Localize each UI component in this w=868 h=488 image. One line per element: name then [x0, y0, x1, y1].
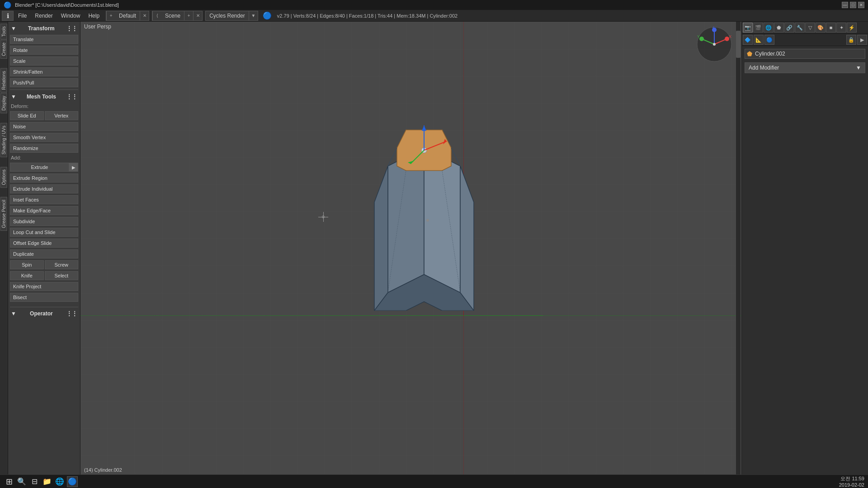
- sub-icon-2[interactable]: 📐: [754, 35, 764, 45]
- properties-data-icon[interactable]: ▽: [805, 23, 815, 33]
- menu-render[interactable]: Render: [31, 12, 56, 20]
- task-view-button[interactable]: ⊟: [29, 476, 40, 487]
- window-title: Blender* [C:\Users\david\Documents\1st.b…: [15, 2, 119, 8]
- make-edge-face-button[interactable]: Make Edge/Face: [10, 206, 78, 215]
- bisect-button[interactable]: Bisect: [10, 293, 78, 302]
- svg-point-17: [426, 219, 429, 221]
- browser-button[interactable]: 🌐: [54, 476, 65, 487]
- object-name-bar: ⬟ Cylinder.002: [745, 49, 865, 59]
- extrude-button[interactable]: Extrude: [10, 163, 69, 172]
- scene-dropdown-button[interactable]: ✕: [193, 11, 202, 20]
- blender-taskbar-button[interactable]: 🔵: [67, 476, 78, 487]
- render-engine-selector[interactable]: Cycles Render ▼: [205, 11, 258, 21]
- menu-file[interactable]: File: [14, 12, 30, 20]
- operator-header[interactable]: ▼ Operator ⋮⋮: [10, 309, 78, 318]
- properties-constraints-icon[interactable]: 🔗: [784, 23, 794, 33]
- translate-button[interactable]: Translate: [10, 35, 78, 44]
- tab-options[interactable]: Options: [0, 167, 7, 188]
- properties-material-icon[interactable]: 🎨: [816, 23, 826, 33]
- properties-world-icon[interactable]: 🌐: [764, 23, 774, 33]
- files-button[interactable]: 📁: [42, 476, 52, 487]
- smooth-vertex-button[interactable]: Smooth Vertex: [10, 133, 78, 142]
- blender-taskbar-icon: 🔵: [68, 477, 77, 486]
- operator-label: Operator: [30, 310, 53, 317]
- properties-texture-icon[interactable]: ■: [826, 23, 836, 33]
- svg-point-28: [713, 43, 716, 46]
- shrink-fatten-button[interactable]: Shrink/Fatten: [10, 67, 78, 76]
- randomize-button[interactable]: Randomize: [10, 144, 78, 153]
- close-button[interactable]: ✕: [858, 2, 864, 8]
- maximize-button[interactable]: □: [850, 2, 856, 8]
- properties-object-icon[interactable]: ⬟: [774, 23, 784, 33]
- render-engine-label[interactable]: Cycles Render: [206, 11, 249, 20]
- sub-icon-3[interactable]: 🔵: [764, 35, 774, 45]
- subdivide-button[interactable]: Subdivide: [10, 217, 78, 226]
- sub-icon-nav[interactable]: ▶: [857, 35, 867, 45]
- loop-cut-slide-button[interactable]: Loop Cut and Slide: [10, 228, 78, 237]
- titlebar-controls[interactable]: — □ ✕: [842, 2, 864, 8]
- operator-options-icon[interactable]: ⋮⋮: [66, 310, 77, 317]
- extrude-region-button[interactable]: Extrude Region: [10, 174, 78, 183]
- properties-scene-icon[interactable]: 🎬: [753, 23, 763, 33]
- noise-button[interactable]: Noise: [10, 122, 78, 131]
- tab-create[interactable]: Create: [0, 40, 7, 59]
- svg-text:Y: Y: [697, 34, 700, 39]
- mesh-tools-label: Mesh Tools: [27, 94, 56, 100]
- extrude-dropdown-button[interactable]: ▶: [69, 163, 78, 172]
- sub-icon-1[interactable]: 🔷: [743, 35, 753, 45]
- viewport[interactable]: User Persp: [80, 22, 741, 474]
- scene-label[interactable]: Scene: [161, 11, 184, 20]
- info-icon[interactable]: ℹ: [2, 11, 14, 21]
- slide-edge-button[interactable]: Slide Ed: [10, 111, 44, 120]
- properties-modifier-icon[interactable]: 🔧: [795, 23, 805, 33]
- inset-faces-button[interactable]: Inset Faces: [10, 195, 78, 204]
- render-dropdown-button[interactable]: ▼: [249, 11, 258, 20]
- tab-relations[interactable]: Relations: [0, 68, 7, 93]
- tab-shading-uvs[interactable]: Shading / UVs: [0, 123, 7, 157]
- tab-display[interactable]: Display: [0, 93, 7, 113]
- tool-panel: ▼ Transform ⋮⋮ Translate Rotate Scale Sh…: [8, 22, 80, 474]
- screw-button[interactable]: Screw: [45, 260, 79, 269]
- transform-label: Transform: [28, 25, 55, 32]
- workspace-selector[interactable]: + Default ✕: [106, 11, 149, 21]
- right-panel-icons: 📷 🎬 🌐 ⬟ 🔗 🔧 ▽ 🎨 ■ ✦ ⚡: [742, 22, 868, 34]
- mesh-tools-header[interactable]: ▼ Mesh Tools ⋮⋮: [10, 92, 78, 102]
- workspace-close-button[interactable]: ✕: [140, 11, 149, 20]
- extrude-individual-button[interactable]: Extrude Individual: [10, 184, 78, 193]
- properties-particles-icon[interactable]: ✦: [836, 23, 846, 33]
- transform-header[interactable]: ▼ Transform ⋮⋮: [10, 23, 78, 33]
- tab-tools[interactable]: Tools: [0, 23, 7, 39]
- scale-button[interactable]: Scale: [10, 56, 78, 66]
- select-button[interactable]: Select: [45, 271, 79, 280]
- transform-options-icon[interactable]: ⋮⋮: [66, 25, 77, 32]
- push-pull-button[interactable]: Push/Pull: [10, 78, 78, 87]
- scene-close-button[interactable]: +: [184, 11, 193, 20]
- knife-button[interactable]: Knife: [10, 271, 44, 280]
- properties-render-icon[interactable]: 📷: [743, 23, 753, 33]
- properties-physics-icon[interactable]: ⚡: [847, 23, 857, 33]
- mesh-tools-options-icon[interactable]: ⋮⋮: [66, 94, 77, 100]
- spin-button[interactable]: Spin: [10, 260, 44, 269]
- mesh-tools-arrow-icon: ▼: [11, 94, 16, 100]
- offset-edge-slide-button[interactable]: Offset Edge Slide: [10, 239, 78, 248]
- menu-window[interactable]: Window: [57, 12, 84, 20]
- svg-marker-2: [374, 166, 388, 310]
- workspace-label[interactable]: Default: [115, 11, 140, 20]
- menu-help[interactable]: Help: [85, 12, 103, 20]
- workspace-prev-button[interactable]: +: [106, 11, 115, 20]
- deform-label: Deform:: [10, 103, 78, 110]
- tab-grease-pencil[interactable]: Grease Pencil: [0, 197, 7, 231]
- search-button[interactable]: 🔍: [16, 476, 27, 487]
- start-button[interactable]: ⊞: [4, 476, 14, 487]
- vertex-button[interactable]: Vertex: [45, 111, 79, 120]
- scene-selector[interactable]: ⟨ Scene + ✕: [152, 11, 203, 21]
- rotate-button[interactable]: Rotate: [10, 46, 78, 55]
- viewport-canvas[interactable]: User Persp: [80, 22, 741, 474]
- compass-widget[interactable]: X Y Z: [696, 26, 732, 62]
- minimize-button[interactable]: —: [842, 2, 848, 8]
- sub-icon-lock[interactable]: 🔒: [846, 35, 856, 45]
- knife-project-button[interactable]: Knife Project: [10, 282, 78, 291]
- add-modifier-button[interactable]: Add Modifier ▼: [745, 62, 865, 73]
- duplicate-button[interactable]: Duplicate: [10, 249, 78, 258]
- scene-prev-button[interactable]: ⟨: [152, 11, 161, 20]
